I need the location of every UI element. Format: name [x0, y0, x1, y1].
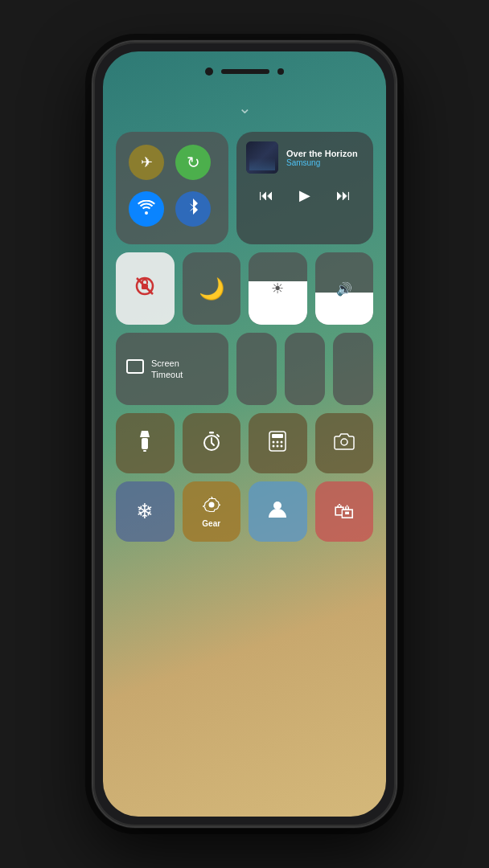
svg-point-18 — [273, 502, 281, 510]
svg-point-10 — [273, 440, 275, 443]
row-utility — [116, 413, 373, 473]
moon-icon: 🌙 — [199, 276, 224, 301]
volume-down-button[interactable] — [92, 190, 93, 235]
night-mode-tile[interactable]: 🌙 — [183, 252, 241, 325]
svg-point-13 — [273, 444, 275, 447]
gear-app-inner: Gear — [202, 496, 220, 528]
svg-rect-5 — [143, 450, 146, 452]
flashlight-icon — [136, 431, 154, 457]
rotation-lock-tile[interactable] — [116, 252, 175, 325]
timer-button[interactable] — [183, 413, 241, 473]
album-art — [246, 141, 278, 174]
gear-app-button[interactable]: Gear — [183, 481, 241, 542]
bluetooth-button[interactable] — [175, 191, 211, 227]
rotation-button[interactable]: ↻ — [175, 145, 211, 180]
bluetooth-icon — [187, 199, 199, 220]
flashlight-button[interactable] — [116, 413, 175, 473]
row-apps: ❄ Gear — [116, 481, 373, 542]
gear-app-icon — [203, 496, 220, 518]
camera-icon — [333, 432, 355, 455]
media-top: Over the Horizon Samsung — [246, 141, 364, 174]
camera-area — [205, 68, 284, 76]
svg-rect-7 — [209, 432, 214, 434]
media-title: Over the Horizon — [286, 149, 364, 158]
row-connectivity-media: ✈ ↻ — [116, 132, 373, 244]
camera-button[interactable] — [315, 413, 374, 473]
svg-rect-3 — [132, 372, 138, 374]
row-quick-tiles: 🌙 ☀ 🔊 — [116, 252, 373, 325]
empty-tile-1 — [236, 333, 277, 405]
calculator-icon — [269, 431, 286, 457]
media-controls: ⏮ ▶ ⏭ — [246, 183, 364, 207]
media-play-button[interactable]: ▶ — [293, 183, 317, 207]
timer-icon — [201, 431, 222, 457]
shop-app-button[interactable]: 🛍 — [315, 481, 374, 542]
svg-rect-4 — [142, 438, 148, 449]
phone-screen: ⌄ ✈ ↻ — [103, 51, 386, 817]
top-bar — [103, 51, 386, 92]
person-icon — [267, 498, 288, 525]
airplane-mode-button[interactable]: ✈ — [129, 145, 164, 180]
media-info: Over the Horizon Samsung — [286, 149, 364, 167]
volume-up-button[interactable] — [92, 154, 93, 182]
screen-timeout-icon — [125, 357, 145, 381]
svg-point-14 — [277, 444, 279, 447]
rotation-lock-icon — [134, 275, 156, 303]
svg-rect-2 — [127, 360, 143, 373]
media-player-panel: Over the Horizon Samsung ⏮ ▶ ⏭ — [236, 132, 373, 244]
screen-timeout-label: ScreenTimeout — [151, 358, 183, 381]
svg-point-17 — [208, 502, 214, 507]
rotation-icon: ↻ — [187, 153, 200, 172]
airplane-icon: ✈ — [141, 154, 153, 171]
media-next-button[interactable]: ⏭ — [330, 184, 357, 207]
svg-point-16 — [341, 439, 347, 445]
svg-point-11 — [277, 440, 279, 443]
control-center: ✈ ↻ — [116, 132, 373, 800]
chevron-down-icon[interactable]: ⌄ — [238, 98, 252, 117]
svg-point-12 — [281, 440, 283, 443]
phone-device: ⌄ ✈ ↻ — [92, 40, 397, 828]
svg-rect-9 — [272, 434, 283, 438]
row-screen-timeout: ScreenTimeout — [116, 333, 373, 405]
bixby-button[interactable] — [92, 243, 93, 287]
front-camera-icon — [205, 68, 213, 76]
calculator-button[interactable] — [249, 413, 307, 473]
wifi-icon — [138, 200, 155, 219]
media-prev-button[interactable]: ⏮ — [253, 184, 280, 207]
svg-point-15 — [281, 444, 283, 447]
volume-slider[interactable]: 🔊 — [315, 252, 374, 325]
person-app-button[interactable] — [249, 481, 307, 542]
brightness-icon: ☀ — [271, 280, 284, 297]
volume-icon: 🔊 — [336, 281, 352, 297]
album-art-image — [246, 141, 278, 174]
screen-timeout-tile[interactable]: ScreenTimeout — [116, 333, 228, 405]
snowflake-icon: ❄ — [136, 499, 154, 524]
wifi-button[interactable] — [129, 191, 164, 227]
empty-tile-2 — [285, 333, 325, 405]
brightness-slider[interactable]: ☀ — [249, 252, 307, 325]
speaker-bar — [221, 69, 269, 74]
power-button[interactable] — [396, 186, 397, 235]
volume-fill — [315, 293, 374, 326]
gear-app-label: Gear — [202, 519, 220, 528]
empty-tile-3 — [333, 333, 373, 405]
shop-icon: 🛍 — [334, 499, 355, 524]
snowflake-app-button[interactable]: ❄ — [116, 481, 175, 542]
sensor-icon — [277, 68, 284, 75]
media-artist: Samsung — [286, 158, 364, 167]
connectivity-panel: ✈ ↻ — [116, 132, 228, 244]
phone-body: ⌄ ✈ ↻ — [92, 40, 397, 828]
